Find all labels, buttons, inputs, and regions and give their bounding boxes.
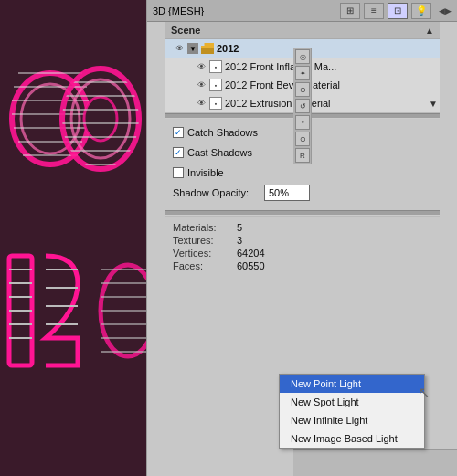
stat-faces-label: Faces: bbox=[173, 260, 237, 271]
cast-shadows-label[interactable]: ✓ Cast Shadows bbox=[173, 147, 252, 158]
panel-icons: ⊞ ≡ ⊡ 💡 ◀▶ bbox=[340, 3, 452, 19]
stat-textures-value: 3 bbox=[237, 235, 242, 246]
collapse-arrows[interactable]: ◀▶ bbox=[439, 6, 452, 16]
canvas-area bbox=[0, 0, 146, 476]
visibility-icon-inflation[interactable]: 👁 bbox=[195, 60, 207, 73]
dropdown-item-new-point-light[interactable]: New Point Light bbox=[280, 375, 424, 393]
invisible-label[interactable]: Invisible bbox=[173, 167, 224, 178]
tree-item-label-2012: 2012 bbox=[217, 43, 239, 54]
left-toolbar: ◎ ✦ ⊕ ↺ ⌖ ⊙ R bbox=[293, 48, 312, 164]
tool-zoom[interactable]: ⊕ bbox=[295, 82, 310, 97]
panel-title: 3D {MESH} bbox=[153, 5, 204, 16]
tree-item-label-extrusion: 2012 Extrusion Material bbox=[225, 98, 331, 109]
invisible-text: Invisible bbox=[187, 167, 224, 178]
catch-shadows-text: Catch Shadows bbox=[187, 127, 258, 138]
cast-shadows-checkbox[interactable]: ✓ bbox=[173, 147, 184, 158]
scene-label: Scene bbox=[171, 25, 200, 36]
shadow-opacity-input[interactable] bbox=[264, 185, 310, 201]
stat-faces-row: Faces: 60550 bbox=[173, 260, 432, 271]
visibility-icon-bevel[interactable]: 👁 bbox=[195, 79, 207, 91]
stat-vertices-value: 64204 bbox=[237, 248, 265, 259]
shadow-opacity-row: Shadow Opacity: bbox=[173, 185, 432, 201]
cast-shadows-text: Cast Shadows bbox=[187, 147, 252, 158]
stat-materials-row: Materials: 5 bbox=[173, 222, 432, 233]
catch-shadows-checkbox[interactable]: ✓ bbox=[173, 127, 184, 138]
catch-shadows-label[interactable]: ✓ Catch Shadows bbox=[173, 127, 258, 138]
stat-textures-row: Textures: 3 bbox=[173, 235, 432, 246]
tool-move[interactable]: ⊙ bbox=[295, 132, 310, 146]
tree-item-label-inflation: 2012 Front Inflation Ma... bbox=[225, 61, 336, 72]
visibility-icon-2012[interactable]: 👁 bbox=[173, 42, 186, 55]
dropdown-arrow-extrusion[interactable]: ▼ bbox=[429, 99, 438, 109]
bottom-toolbar: ⊙ ⊞ ⊠ bbox=[293, 449, 457, 476]
stat-faces-value: 60550 bbox=[237, 260, 265, 271]
expand-arrow-2012[interactable]: ▼ bbox=[187, 43, 198, 54]
tool-pan[interactable]: ✦ bbox=[295, 66, 310, 80]
panel-header: 3D {MESH} ⊞ ≡ ⊡ 💡 ◀▶ bbox=[147, 0, 457, 22]
stat-textures-label: Textures: bbox=[173, 235, 237, 246]
scene-header: Scene ▲ bbox=[165, 22, 440, 39]
tool-orbit[interactable]: ◎ bbox=[295, 49, 310, 64]
tool-scale[interactable]: ⌖ bbox=[295, 115, 310, 130]
doc-icon-inflation: ▪ bbox=[209, 60, 222, 73]
tool-r[interactable]: R bbox=[295, 148, 310, 163]
grid-icon-btn[interactable]: ⊞ bbox=[340, 3, 360, 19]
visibility-icon-extrusion[interactable]: 👁 bbox=[195, 97, 207, 110]
shadow-opacity-label: Shadow Opacity: bbox=[173, 187, 264, 198]
dropdown-menu: New Point Light New Spot Light New Infin… bbox=[279, 374, 425, 449]
dropdown-item-new-infinite-light[interactable]: New Infinite Light bbox=[280, 411, 424, 429]
doc-icon-bevel: ▪ bbox=[209, 79, 222, 91]
svg-rect-0 bbox=[0, 0, 146, 476]
tree-item-label-bevel: 2012 Front Bevel Material bbox=[225, 79, 340, 90]
stat-vertices-label: Vertices: bbox=[173, 248, 237, 259]
stats-section: Materials: 5 Textures: 3 Vertices: 64204… bbox=[165, 216, 440, 279]
light-icon-btn[interactable]: 💡 bbox=[411, 3, 431, 19]
dropdown-item-new-image-based-light[interactable]: New Image Based Light bbox=[280, 429, 424, 448]
stat-materials-value: 5 bbox=[237, 222, 242, 233]
main-panel: 3D {MESH} ⊞ ≡ ⊡ 💡 ◀▶ ◎ ✦ ⊕ ↺ ⌖ ⊙ R Scene… bbox=[146, 0, 457, 476]
folder-icon-2012 bbox=[201, 43, 214, 54]
doc-icon-extrusion: ▪ bbox=[209, 97, 222, 110]
list-icon-btn[interactable]: ≡ bbox=[364, 3, 384, 19]
dropdown-item-new-spot-light[interactable]: New Spot Light bbox=[280, 393, 424, 411]
tool-rotate[interactable]: ↺ bbox=[295, 99, 310, 113]
table-icon-btn[interactable]: ⊡ bbox=[388, 3, 408, 19]
stat-vertices-row: Vertices: 64204 bbox=[173, 248, 432, 259]
invisible-checkbox[interactable] bbox=[173, 167, 184, 178]
scene-scroll-arrow[interactable]: ▲ bbox=[425, 26, 434, 36]
invisible-row: Invisible bbox=[173, 164, 432, 181]
stat-materials-label: Materials: bbox=[173, 222, 237, 233]
